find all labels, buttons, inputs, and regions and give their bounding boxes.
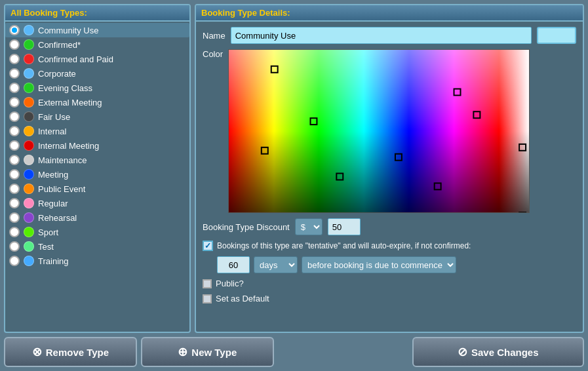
item-label: Regular xyxy=(38,199,68,208)
discount-currency-select[interactable]: $ % xyxy=(295,218,323,235)
tentative-text: Bookings of this type are "tentative" an… xyxy=(217,241,471,250)
name-label: Name xyxy=(203,31,225,41)
list-item[interactable]: Maintenance xyxy=(5,153,189,167)
color-dot xyxy=(24,256,34,266)
radio-button[interactable] xyxy=(9,155,20,165)
list-item[interactable]: Confirmed and Paid xyxy=(5,52,189,66)
new-label: New Type xyxy=(191,347,237,358)
color-swatch-button[interactable] xyxy=(537,27,576,44)
radio-button[interactable] xyxy=(9,241,20,252)
radio-button[interactable] xyxy=(9,198,20,208)
tentative-checkbox[interactable] xyxy=(203,241,213,251)
expire-days-input[interactable] xyxy=(217,256,250,273)
top-panels: All Booking Types: Community UseConfirme… xyxy=(4,4,584,333)
remove-type-button[interactable]: ⊗ Remove Type xyxy=(4,337,137,367)
name-input[interactable] xyxy=(231,27,532,44)
item-label: External Meeting xyxy=(38,98,102,107)
list-item[interactable]: Internal xyxy=(5,124,189,138)
item-label: Sport xyxy=(38,227,58,237)
radio-button[interactable] xyxy=(9,54,20,64)
radio-button[interactable] xyxy=(9,25,20,35)
list-item[interactable]: Training xyxy=(5,254,189,268)
default-row: Set as Default xyxy=(203,294,576,303)
color-picker[interactable] xyxy=(228,49,530,213)
save-icon: ⊘ xyxy=(458,345,467,359)
item-label: Training xyxy=(38,256,68,266)
remove-icon: ⊗ xyxy=(32,345,42,359)
remove-label: Remove Type xyxy=(46,347,109,358)
new-icon: ⊕ xyxy=(178,345,187,359)
expire-timing-select[interactable]: before booking is due to commence after … xyxy=(302,256,456,273)
item-label: Community Use xyxy=(38,26,98,35)
public-checkbox[interactable] xyxy=(203,279,212,288)
discount-value-input[interactable] xyxy=(328,218,361,235)
item-label: Meeting xyxy=(38,170,68,180)
list-item[interactable]: Internal Meeting xyxy=(5,138,189,153)
list-item[interactable]: Regular xyxy=(5,196,189,210)
radio-button[interactable] xyxy=(9,184,20,194)
item-label: Corporate xyxy=(38,69,76,79)
save-changes-button[interactable]: ⊘ Save Changes xyxy=(412,337,584,367)
item-label: Evening Class xyxy=(38,83,92,93)
radio-button[interactable] xyxy=(9,111,20,122)
color-row: Color xyxy=(203,49,576,213)
list-item[interactable]: Confirmed* xyxy=(5,37,189,52)
list-item[interactable]: Corporate xyxy=(5,66,189,81)
color-dot xyxy=(24,169,34,180)
left-panel-header: All Booking Types: xyxy=(5,5,189,22)
right-panel-header: Booking Type Details: xyxy=(196,5,583,22)
booking-list[interactable]: Community UseConfirmed*Confirmed and Pai… xyxy=(5,22,189,332)
radio-button[interactable] xyxy=(9,39,20,50)
main-container: All Booking Types: Community UseConfirme… xyxy=(0,0,588,371)
left-panel: All Booking Types: Community UseConfirme… xyxy=(4,4,191,333)
radio-button[interactable] xyxy=(9,126,20,136)
default-label: Set as Default xyxy=(216,294,269,303)
radio-button[interactable] xyxy=(9,83,20,93)
radio-button[interactable] xyxy=(9,97,20,107)
list-item[interactable]: Community Use xyxy=(5,23,189,37)
item-label: Confirmed* xyxy=(38,40,81,50)
radio-button[interactable] xyxy=(9,140,20,151)
color-dot xyxy=(24,111,34,122)
color-dot xyxy=(24,68,34,79)
name-row: Name xyxy=(203,27,576,44)
color-dot xyxy=(24,140,34,151)
radio-button[interactable] xyxy=(9,256,20,266)
default-checkbox[interactable] xyxy=(203,294,212,303)
item-label: Test xyxy=(38,242,54,252)
item-label: Public Event xyxy=(38,184,85,194)
radio-button[interactable] xyxy=(9,212,20,223)
list-item[interactable]: Evening Class xyxy=(5,81,189,95)
color-dot xyxy=(24,198,34,208)
list-item[interactable]: Sport xyxy=(5,225,189,239)
bottom-bar: ⊗ Remove Type ⊕ New Type ⊘ Save Changes xyxy=(4,337,584,367)
radio-button[interactable] xyxy=(9,68,20,79)
color-label: Color xyxy=(203,49,223,59)
list-item[interactable]: Meeting xyxy=(5,167,189,182)
color-dot xyxy=(24,212,34,223)
public-label: Public? xyxy=(216,279,244,288)
color-dot xyxy=(24,241,34,252)
color-dot xyxy=(24,83,34,93)
list-item[interactable]: Fair Use xyxy=(5,109,189,124)
color-dot xyxy=(24,97,34,107)
list-item[interactable]: Public Event xyxy=(5,182,189,196)
item-label: Fair Use xyxy=(38,112,70,122)
color-dot xyxy=(24,54,34,64)
color-dot xyxy=(24,227,34,237)
right-content: Name Color Booking Type Discount xyxy=(196,22,583,309)
item-label: Internal xyxy=(38,127,66,136)
item-label: Rehearsal xyxy=(38,213,77,223)
expire-unit-select[interactable]: days hours weeks xyxy=(254,256,298,273)
radio-button[interactable] xyxy=(9,169,20,180)
list-item[interactable]: Rehearsal xyxy=(5,210,189,225)
button-spacer xyxy=(278,337,408,367)
color-dot xyxy=(24,25,34,35)
public-row: Public? xyxy=(203,279,576,288)
radio-button[interactable] xyxy=(9,227,20,237)
list-item[interactable]: Test xyxy=(5,239,189,254)
new-type-button[interactable]: ⊕ New Type xyxy=(141,337,274,367)
color-dot xyxy=(24,39,34,50)
list-item[interactable]: External Meeting xyxy=(5,95,189,109)
discount-row: Booking Type Discount $ % xyxy=(203,218,576,235)
